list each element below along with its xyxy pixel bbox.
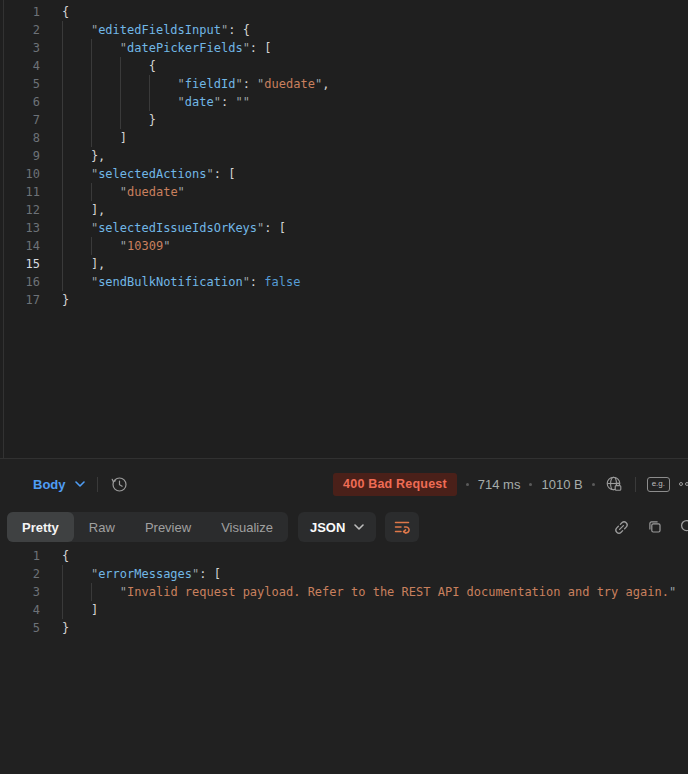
response-body-selector[interactable]: Body xyxy=(33,477,85,492)
code-line[interactable]: 17} xyxy=(0,291,688,309)
line-number: 5 xyxy=(0,75,40,93)
code-line[interactable]: 6"date": "" xyxy=(0,93,688,111)
indent-guides xyxy=(62,183,120,201)
response-body-editor[interactable]: 1{2"errorMessages": [3"Invalid request p… xyxy=(0,546,688,774)
response-code-lines: 1{2"errorMessages": [3"Invalid request p… xyxy=(0,547,688,637)
code-text: "selectedActions": [ xyxy=(40,165,235,183)
code-token: : xyxy=(243,77,257,91)
code-token: " xyxy=(120,185,127,199)
line-number: 2 xyxy=(0,21,40,39)
copy-link-button[interactable] xyxy=(612,518,631,537)
beautify-button[interactable] xyxy=(385,512,419,542)
line-number: 14 xyxy=(0,237,40,255)
indent-guides xyxy=(62,57,149,75)
more-options-button[interactable] xyxy=(679,482,688,486)
code-line[interactable]: 9}, xyxy=(0,147,688,165)
search-response-button[interactable] xyxy=(679,518,688,536)
code-line[interactable]: 1{ xyxy=(0,547,688,565)
code-token: { xyxy=(149,59,156,73)
line-number: 3 xyxy=(0,39,40,57)
indent-guides xyxy=(62,219,91,237)
code-token: : xyxy=(221,95,235,109)
code-line[interactable]: 5"fieldId": "duedate", xyxy=(0,75,688,93)
code-token: datePickerFields xyxy=(127,41,243,55)
tab-pretty[interactable]: Pretty xyxy=(7,512,74,542)
code-token: " xyxy=(120,239,127,253)
code-token: " xyxy=(243,275,250,289)
indent-guides xyxy=(62,255,91,273)
code-line[interactable]: 3"datePickerFields": [ xyxy=(0,39,688,57)
code-token: " xyxy=(235,95,242,109)
copy-response-button[interactable] xyxy=(646,518,664,536)
code-token: : [ xyxy=(264,221,286,235)
code-line[interactable]: 8] xyxy=(0,129,688,147)
code-token: " xyxy=(120,585,127,599)
code-line[interactable]: 4] xyxy=(0,601,688,619)
code-token: sendBulkNotification xyxy=(98,275,243,289)
code-token: : xyxy=(250,275,264,289)
code-line[interactable]: 14"10309" xyxy=(0,237,688,255)
line-number: 9 xyxy=(0,147,40,165)
line-number: 12 xyxy=(0,201,40,219)
save-as-example-button[interactable]: e.g. xyxy=(647,477,670,492)
code-text: "Invalid request payload. Refer to the R… xyxy=(40,583,676,601)
response-toolbar: Pretty Raw Preview Visualize JSON xyxy=(0,508,688,546)
response-history-button[interactable] xyxy=(110,475,129,494)
code-token: } xyxy=(149,113,156,127)
code-line[interactable]: 12], xyxy=(0,201,688,219)
code-text: "editedFieldsInput": { xyxy=(40,21,250,39)
status-badge: 400 Bad Request xyxy=(333,473,457,496)
line-number: 4 xyxy=(0,57,40,75)
request-code-lines: 1{2"editedFieldsInput": {3"datePickerFie… xyxy=(0,3,688,309)
response-time: 714 ms xyxy=(478,477,521,492)
indent-guides xyxy=(62,129,120,147)
code-text: "10309" xyxy=(40,237,170,255)
tab-visualize[interactable]: Visualize xyxy=(206,512,288,542)
code-line[interactable]: 4{ xyxy=(0,57,688,75)
code-text: { xyxy=(40,57,156,75)
more-options-icon xyxy=(679,482,683,486)
code-line[interactable]: 11"duedate" xyxy=(0,183,688,201)
network-info-button[interactable] xyxy=(604,474,624,494)
code-token: Invalid request payload. Refer to the RE… xyxy=(127,585,669,599)
chevron-down-icon xyxy=(75,481,85,487)
code-line[interactable]: 3"Invalid request payload. Refer to the … xyxy=(0,583,688,601)
code-token: " xyxy=(207,167,214,181)
divider xyxy=(97,477,98,492)
code-text: }, xyxy=(40,147,105,165)
indent-guides xyxy=(62,111,149,129)
indent-guides xyxy=(62,601,91,619)
tab-raw[interactable]: Raw xyxy=(74,512,130,542)
tab-preview[interactable]: Preview xyxy=(130,512,206,542)
code-line[interactable]: 1{ xyxy=(0,3,688,21)
code-line[interactable]: 13"selectedIssueIdsOrKeys": [ xyxy=(0,219,688,237)
indent-guides xyxy=(62,165,91,183)
code-token: duedate xyxy=(264,77,315,91)
code-text: "sendBulkNotification": false xyxy=(40,273,300,291)
code-line[interactable]: 2"errorMessages": [ xyxy=(0,565,688,583)
code-token: } xyxy=(62,293,69,307)
line-number: 1 xyxy=(0,547,40,565)
beautify-icon xyxy=(392,517,412,537)
code-line[interactable]: 5} xyxy=(0,619,688,637)
code-line[interactable]: 16"sendBulkNotification": false xyxy=(0,273,688,291)
code-token: " xyxy=(163,239,170,253)
dot-separator xyxy=(592,483,595,486)
indent-guides xyxy=(62,273,91,291)
code-line[interactable]: 2"editedFieldsInput": { xyxy=(0,21,688,39)
line-number: 15 xyxy=(0,255,40,273)
code-token: selectedActions xyxy=(98,167,206,181)
code-token: " xyxy=(669,585,676,599)
line-number: 10 xyxy=(0,165,40,183)
code-text: "duedate" xyxy=(40,183,185,201)
code-line[interactable]: 10"selectedActions": [ xyxy=(0,165,688,183)
code-line[interactable]: 15], xyxy=(0,255,688,273)
chevron-down-icon xyxy=(354,524,364,530)
code-line[interactable]: 7} xyxy=(0,111,688,129)
format-dropdown-label: JSON xyxy=(310,520,345,535)
copy-icon xyxy=(646,518,664,536)
response-view-tabs: Pretty Raw Preview Visualize xyxy=(7,512,288,542)
request-body-editor[interactable]: 1{2"editedFieldsInput": {3"datePickerFie… xyxy=(0,0,688,459)
code-token: " xyxy=(214,95,221,109)
format-dropdown[interactable]: JSON xyxy=(298,512,376,542)
